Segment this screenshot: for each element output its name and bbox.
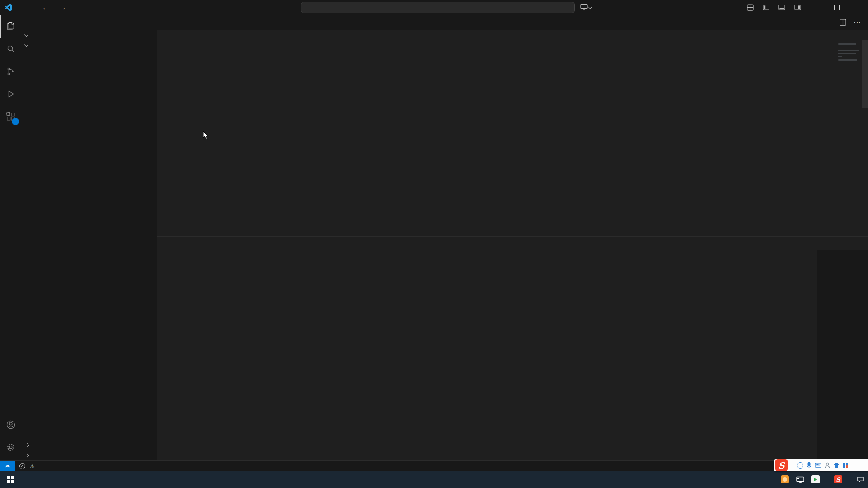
errors-icon — [19, 463, 25, 469]
minimap[interactable] — [838, 42, 860, 62]
tray-network-icon[interactable] — [796, 476, 804, 483]
maximize-button[interactable] — [826, 0, 847, 15]
panel-tabs — [157, 237, 868, 249]
start-button[interactable] — [0, 471, 22, 488]
timeline-section[interactable] — [22, 450, 157, 460]
search-icon[interactable] — [0, 38, 22, 60]
sogou-logo-icon[interactable]: S — [775, 459, 788, 471]
code-editor[interactable] — [157, 40, 868, 236]
run-debug-icon[interactable] — [0, 83, 22, 105]
tray-remote-icon[interactable] — [811, 475, 820, 483]
keyboard-icon[interactable] — [815, 463, 821, 468]
back-arrow-icon[interactable]: ← — [42, 4, 49, 12]
editor-tab-bar: ⋯ — [157, 15, 868, 30]
terminal[interactable] — [157, 250, 817, 460]
titlebar-right — [742, 0, 868, 15]
forward-arrow-icon[interactable]: → — [59, 4, 66, 12]
mouse-cursor — [203, 131, 209, 140]
problems-status[interactable]: ⚠ — [19, 463, 37, 469]
ime-menu-grid-icon[interactable] — [843, 463, 848, 468]
minimize-button[interactable] — [806, 0, 826, 15]
command-center[interactable] — [301, 2, 575, 13]
explorer-sidebar — [22, 15, 157, 460]
extensions-badge — [12, 118, 19, 125]
status-bar: >< ⚠ — [0, 460, 868, 471]
toggle-sidebar-icon[interactable] — [758, 4, 774, 11]
activity-bar — [0, 15, 22, 460]
toggle-secondary-sidebar-icon[interactable] — [790, 4, 806, 11]
tray-sogou-icon[interactable]: S — [834, 475, 842, 483]
settings-gear-icon[interactable] — [0, 436, 22, 459]
terminal-list — [817, 250, 868, 460]
editor-scrollbar[interactable] — [862, 40, 868, 108]
windows-logo-icon — [7, 476, 14, 483]
editor-more-actions-icon[interactable]: ⋯ — [854, 18, 861, 27]
extensions-icon[interactable] — [0, 105, 22, 128]
outline-section[interactable] — [22, 440, 157, 450]
notification-center-icon[interactable] — [857, 476, 864, 483]
project-section[interactable] — [22, 40, 157, 50]
layout-grid-icon[interactable] — [742, 4, 758, 11]
history-nav: ← → — [42, 4, 66, 12]
title-bar: ← → — [0, 0, 868, 15]
vscode-window: ← → — [0, 0, 868, 488]
close-button[interactable] — [847, 0, 868, 15]
windows-taskbar: S — [0, 471, 868, 488]
remote-indicator[interactable]: >< — [0, 461, 15, 471]
explorer-icon[interactable] — [0, 15, 22, 38]
split-editor-icon[interactable] — [840, 19, 846, 26]
breadcrumb[interactable] — [157, 30, 868, 40]
toggle-panel-icon[interactable] — [774, 4, 790, 11]
system-tray: S — [781, 471, 868, 488]
vscode-logo-icon — [5, 4, 12, 11]
emoji-icon[interactable] — [797, 462, 803, 469]
skin-icon[interactable] — [833, 463, 840, 468]
browser-preview-icon[interactable] — [580, 4, 592, 10]
open-editors-section[interactable] — [22, 30, 157, 40]
source-control-icon[interactable] — [0, 60, 22, 83]
user-icon[interactable] — [825, 462, 830, 468]
warnings-icon: ⚠ — [30, 463, 35, 469]
tray-app-icon[interactable] — [781, 475, 789, 483]
bottom-panel — [157, 236, 868, 460]
account-icon[interactable] — [0, 413, 22, 436]
ime-toolbar: S — [774, 459, 868, 471]
microphone-icon[interactable] — [807, 462, 811, 469]
